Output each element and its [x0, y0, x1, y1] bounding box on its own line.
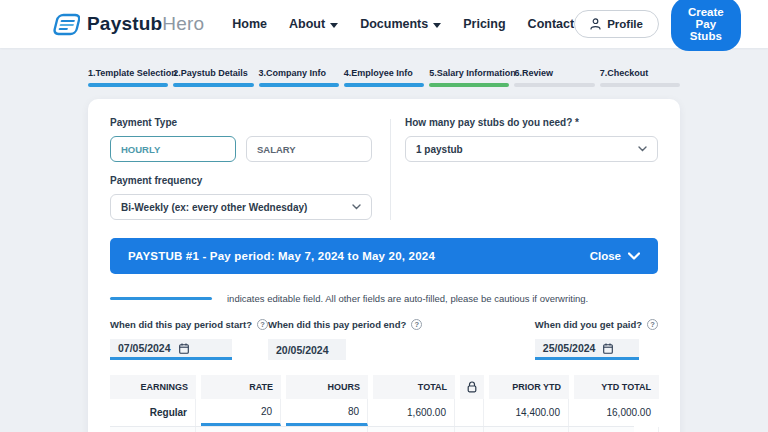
pay-period-end-question: When did this pay period end? [268, 319, 406, 330]
pay-period-start-question: When did this pay period start? [110, 319, 252, 330]
lock-column-spacer [460, 427, 484, 432]
step-company-info[interactable]: 3.Company Info [259, 68, 339, 87]
rate-input-cell[interactable]: 20 [201, 399, 281, 426]
step-progress-bar [514, 83, 594, 87]
step-employee-info[interactable]: 4.Employee Info [344, 68, 424, 87]
header-ytd-total: YTD TOTAL [574, 375, 659, 399]
pay-period-dates-row: When did this pay period start? ? 07/05/… [110, 319, 658, 360]
editable-field-note: indicates editable field. All other fiel… [110, 293, 658, 304]
nav-right-group: Profile Create Pay Stubs [574, 0, 741, 51]
nav-item-about[interactable]: About [289, 17, 338, 31]
pay-period-start-block: When did this pay period start? ? 07/05/… [110, 319, 268, 360]
step-progress-bar [173, 83, 253, 87]
editable-underline-sample [110, 297, 212, 301]
table-row-regular: Regular 20 80 1,600.00 14,400.00 16,000.… [110, 399, 634, 426]
stub-count-select[interactable]: 1 paystub [405, 136, 658, 162]
pay-date-question: When did you get paid? [535, 319, 642, 330]
stub-count-label: How many pay stubs do you need? * [405, 117, 658, 128]
salary-information-card: Payment Type HOURLY SALARY Payment frequ… [88, 99, 680, 432]
gross-pay-label: GROSS PAY(Before Taxes) [201, 427, 368, 432]
pay-period-end-block: When did this pay period end? ? 20/05/20… [268, 319, 422, 360]
payment-type-salary-button[interactable]: SALARY [246, 136, 372, 162]
header-prior-ytd: PRIOR YTD [489, 375, 569, 399]
lock-column-spacer [460, 399, 484, 426]
person-icon [590, 18, 601, 30]
payment-frequency-select[interactable]: Bi-Weekly (ex: every other Wednesday) [110, 194, 372, 220]
brand-name: PaystubHero [87, 13, 204, 35]
gross-prior-ytd-cell: 14,400.00 [489, 427, 569, 432]
step-progress-bar [344, 83, 424, 87]
step-review[interactable]: 6.Review [514, 68, 594, 87]
nav-item-pricing[interactable]: Pricing [463, 17, 505, 31]
chevron-down-icon [330, 23, 338, 28]
pay-period-start-input[interactable]: 07/05/2024 [110, 339, 232, 360]
header-earnings: EARNINGS [110, 375, 196, 399]
gross-total-cell: 1,600.00 [373, 427, 455, 432]
paystub-1-header-bar[interactable]: PAYSTUB #1 - Pay period: May 7, 2024 to … [110, 238, 658, 274]
pay-period-end-value: 20/05/2024 [268, 339, 346, 360]
payment-type-label: Payment Type [110, 117, 372, 128]
gross-ytd-total-cell: 16,000.00 [574, 427, 659, 432]
paystub-title: PAYSTUB #1 - Pay period: May 7, 2024 to … [128, 250, 435, 262]
nav-item-contact[interactable]: Contact [528, 17, 575, 31]
prior-ytd-cell: 14,400.00 [489, 399, 569, 426]
header-rate: RATE [201, 375, 281, 399]
step-checkout[interactable]: 7.Checkout [600, 68, 680, 87]
help-icon[interactable]: ? [411, 319, 422, 330]
step-progress-bar [88, 83, 168, 87]
chevron-down-icon [433, 23, 441, 28]
paystub-collapse-toggle[interactable]: Close [590, 250, 640, 262]
help-icon[interactable]: ? [257, 319, 268, 330]
payment-settings-left: Payment Type HOURLY SALARY Payment frequ… [110, 117, 372, 220]
total-cell: 1,600.00 [373, 399, 455, 426]
empty-cell [110, 427, 196, 432]
step-template-selection[interactable]: 1.Template Selection [88, 68, 168, 87]
help-icon[interactable]: ? [647, 319, 658, 330]
step-paystub-details[interactable]: 2.Paystub Details [173, 68, 253, 87]
payment-settings-right: How many pay stubs do you need? * 1 pays… [405, 117, 658, 220]
brand-logo[interactable]: PaystubHero [50, 12, 204, 37]
header-total: TOTAL [373, 375, 455, 399]
step-salary-information[interactable]: 5.Salary Information [429, 68, 509, 87]
payment-type-hourly-button[interactable]: HOURLY [110, 136, 236, 162]
create-pay-stubs-button[interactable]: Create Pay Stubs [671, 0, 741, 51]
nav-item-home[interactable]: Home [232, 17, 267, 31]
step-progress-bar [429, 83, 509, 87]
earnings-table: EARNINGS RATE HOURS TOTAL PRIOR YTD YTD … [110, 375, 634, 432]
nav-links: Home About Documents Pricing Contact [232, 17, 574, 31]
step-progress-bar [600, 83, 680, 87]
chevron-down-icon [628, 252, 640, 260]
calendar-icon[interactable] [603, 343, 613, 354]
chevron-down-icon [638, 146, 647, 152]
editable-note-text: indicates editable field. All other fiel… [227, 293, 588, 304]
earnings-table-header: EARNINGS RATE HOURS TOTAL PRIOR YTD YTD … [110, 375, 634, 399]
hours-input-cell[interactable]: 80 [286, 399, 368, 426]
pay-date-block: When did you get paid? ? 25/05/2024 [535, 319, 658, 360]
earnings-name-cell: Regular [110, 399, 196, 426]
paystubhero-logo-icon [50, 12, 80, 37]
profile-button[interactable]: Profile [574, 10, 659, 38]
nav-item-documents[interactable]: Documents [360, 17, 441, 31]
step-indicator: 1.Template Selection 2.Paystub Details 3… [88, 68, 680, 87]
step-progress-bar [259, 83, 339, 87]
calendar-icon[interactable] [179, 343, 189, 354]
payment-frequency-label: Payment frequency [110, 175, 372, 186]
lock-icon [460, 375, 484, 399]
top-navbar: PaystubHero Home About Documents Pricing… [0, 0, 768, 48]
header-hours: HOURS [286, 375, 368, 399]
vertical-divider [390, 119, 391, 220]
pay-date-input[interactable]: 25/05/2024 [535, 339, 639, 360]
gross-pay-row: GROSS PAY(Before Taxes) 1,600.00 14,400.… [110, 426, 634, 432]
chevron-down-icon [352, 204, 361, 210]
ytd-total-cell: 16,000.00 [574, 399, 659, 426]
payment-settings-row: Payment Type HOURLY SALARY Payment frequ… [110, 117, 658, 220]
